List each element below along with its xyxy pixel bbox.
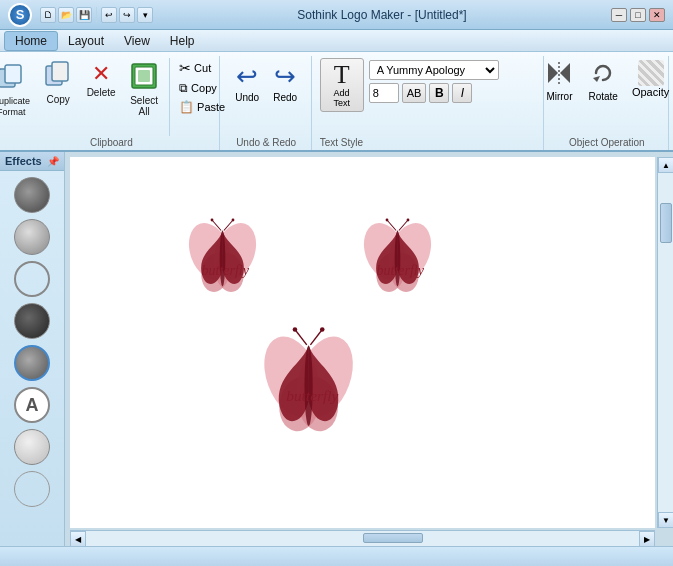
effect-item-4[interactable] <box>14 303 50 339</box>
mirror-icon <box>546 60 572 91</box>
duplicate-label: DuplicateFormat <box>0 96 30 118</box>
svg-point-26 <box>386 219 389 222</box>
font-family-select[interactable]: A Yummy Apology <box>369 60 499 80</box>
butterfly-text-3: butterfly <box>286 387 338 404</box>
copy-large-button[interactable]: Copy <box>38 58 78 108</box>
opacity-icon <box>638 60 664 86</box>
redo-label: Redo <box>273 92 297 103</box>
svg-point-35 <box>293 327 298 332</box>
add-text-label: AddText <box>333 88 350 108</box>
object-op-content: Mirror Rotate Opacity <box>539 58 673 136</box>
minimize-button[interactable]: ─ <box>611 8 627 22</box>
undo-redo-content: ↩ Undo ↪ Redo <box>229 58 303 136</box>
font-size-input[interactable] <box>369 83 399 103</box>
scroll-down-button[interactable]: ▼ <box>658 512 673 528</box>
menu-view[interactable]: View <box>114 32 160 50</box>
redo-button[interactable]: ↪ Redo <box>267 58 303 106</box>
undo-redo-group: ↩ Undo ↪ Redo Undo & Redo <box>222 56 312 150</box>
italic-button[interactable]: I <box>452 83 472 103</box>
effect-item-A[interactable]: A <box>14 387 50 423</box>
effect-item-3[interactable] <box>14 261 50 297</box>
effects-title: Effects <box>5 155 42 167</box>
new-button[interactable]: 🗋 <box>40 7 56 23</box>
effects-header: Effects 📌 <box>0 152 64 171</box>
delete-label: Delete <box>87 87 116 98</box>
effect-item-2[interactable] <box>14 219 50 255</box>
add-text-button[interactable]: T AddText <box>320 58 364 112</box>
effects-panel: Effects 📌 A <box>0 152 65 546</box>
clipboard-label: Clipboard <box>90 137 133 148</box>
canvas-inner[interactable]: butterfly butterfly <box>70 157 655 528</box>
canvas-area: butterfly butterfly <box>65 152 673 546</box>
title-bar: S 🗋 📂 💾 ↩ ↪ ▾ Sothink Logo Maker - [Unti… <box>0 0 673 30</box>
text-style-group: T AddText A Yummy Apology AB B I Text St… <box>314 56 544 150</box>
rotate-button[interactable]: Rotate <box>582 58 623 104</box>
select-all-icon <box>131 63 157 93</box>
quick-access-toolbar: 🗋 📂 💾 ↩ ↪ ▾ <box>40 7 153 23</box>
maximize-button[interactable]: □ <box>630 8 646 22</box>
svg-point-33 <box>305 346 313 426</box>
opacity-button[interactable]: Opacity <box>627 58 673 100</box>
effect-item-5[interactable] <box>14 345 50 381</box>
cut-label: Cut <box>194 62 211 74</box>
duplicate-format-button[interactable]: DuplicateFormat <box>0 58 35 121</box>
menu-bar: Home Layout View Help <box>0 30 673 52</box>
customize-button[interactable]: ▾ <box>137 7 153 23</box>
scroll-thumb-vertical[interactable] <box>660 203 672 243</box>
bold-button[interactable]: B <box>429 83 449 103</box>
scrollbar-horizontal[interactable]: ◀ ▶ <box>70 530 655 546</box>
effect-item-8[interactable] <box>14 471 50 507</box>
butterfly-text-1: butterfly <box>202 263 250 278</box>
rotate-icon <box>590 60 616 91</box>
undo-button[interactable]: ↩ Undo <box>229 58 265 106</box>
svg-rect-6 <box>138 70 150 82</box>
effects-pin-icon[interactable]: 📌 <box>47 156 59 167</box>
svg-marker-7 <box>548 63 558 83</box>
svg-point-15 <box>220 231 226 287</box>
mirror-button[interactable]: Mirror <box>539 58 579 104</box>
scroll-left-button[interactable]: ◀ <box>70 531 86 546</box>
scroll-thumb-horizontal[interactable] <box>363 533 423 543</box>
ab-button[interactable]: AB <box>402 83 427 103</box>
delete-icon: ✕ <box>92 63 110 85</box>
window-controls: ─ □ ✕ <box>611 8 665 22</box>
svg-point-24 <box>395 231 401 287</box>
scrollbar-vertical[interactable]: ▲ ▼ <box>657 157 673 528</box>
undo-label: Undo <box>235 92 259 103</box>
open-button[interactable]: 📂 <box>58 7 74 23</box>
app-logo: S <box>8 3 32 27</box>
scroll-up-button[interactable]: ▲ <box>658 157 673 173</box>
svg-marker-9 <box>560 63 570 83</box>
svg-point-19 <box>232 219 235 222</box>
canvas-svg: butterfly butterfly <box>70 157 655 528</box>
opacity-label: Opacity <box>632 86 669 98</box>
select-all-label: SelectAll <box>130 95 158 117</box>
delete-button[interactable]: ✕ Delete <box>81 58 121 101</box>
text-T-icon: T <box>334 62 350 88</box>
menu-home[interactable]: Home <box>4 31 58 51</box>
object-operation-group: Mirror Rotate Opacity Object Operation <box>546 56 669 150</box>
copy-small-label: Copy <box>191 82 217 94</box>
undo-redo-label: Undo & Redo <box>236 137 296 148</box>
svg-marker-10 <box>593 76 600 82</box>
scroll-right-button[interactable]: ▶ <box>639 531 655 546</box>
effect-item-1[interactable] <box>14 177 50 213</box>
undo-icon: ↩ <box>236 61 258 92</box>
font-style-row: AB B I <box>369 83 499 103</box>
scroll-track-horizontal[interactable] <box>86 531 639 546</box>
undo-quick-button[interactable]: ↩ <box>101 7 117 23</box>
save-button[interactable]: 💾 <box>76 7 92 23</box>
ribbon: DuplicateFormat Copy ✕ Delete <box>0 52 673 152</box>
select-all-button[interactable]: SelectAll <box>124 58 164 120</box>
close-button[interactable]: ✕ <box>649 8 665 22</box>
window-title: Sothink Logo Maker - [Untitled*] <box>153 8 611 22</box>
redo-quick-button[interactable]: ↪ <box>119 7 135 23</box>
svg-point-17 <box>211 219 214 222</box>
clipboard-group: DuplicateFormat Copy ✕ Delete <box>4 56 220 150</box>
effect-item-7[interactable] <box>14 429 50 465</box>
duplicate-icon <box>0 63 25 94</box>
menu-help[interactable]: Help <box>160 32 205 50</box>
clipboard-group-content: DuplicateFormat Copy ✕ Delete <box>0 58 235 136</box>
scroll-track-vertical[interactable] <box>658 173 673 512</box>
menu-layout[interactable]: Layout <box>58 32 114 50</box>
